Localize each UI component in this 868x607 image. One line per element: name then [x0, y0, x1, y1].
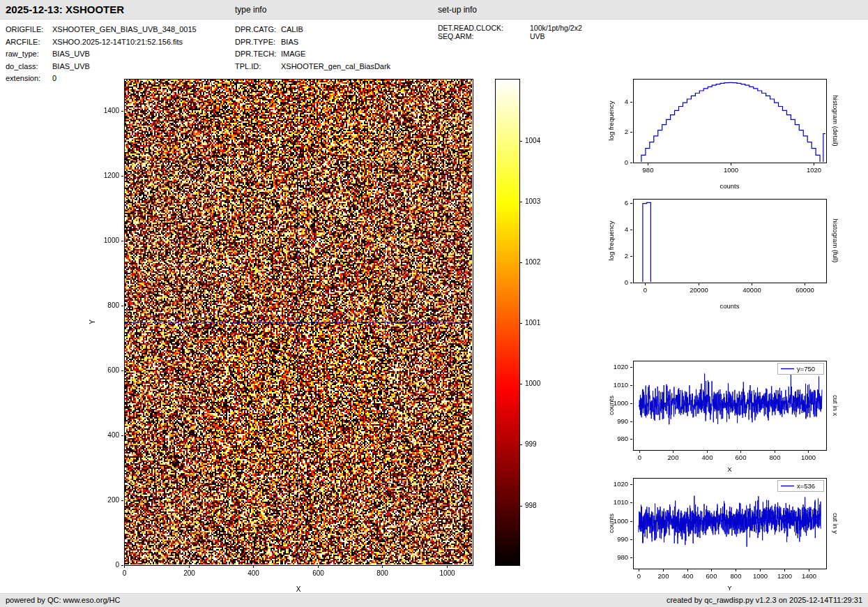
meta-value: BIAS: [281, 38, 298, 46]
meta-row-origfile: ORIGFILE:XSHOOTER_GEN_BIAS_UVB_348_0015: [6, 24, 197, 36]
meta-value: BIAS_UVB: [52, 50, 90, 58]
bias-image-plot: [80, 70, 492, 604]
meta-label: SEQ.ARM:: [438, 32, 530, 40]
meta-row-readclock: DET.READ.CLOCK:100k/1pt/hg/2x2: [438, 24, 582, 32]
meta-label: ORIGFILE:: [6, 24, 52, 36]
meta-label: DET.READ.CLOCK:: [438, 24, 530, 32]
meta-row-dprtech: DPR.TECH:IMAGE: [235, 48, 390, 61]
meta-label: DPR.TECH:: [235, 48, 281, 61]
meta-label: raw_type:: [6, 48, 52, 61]
meta-row-dprcatg: DPR.CATG:CALIB: [235, 24, 390, 36]
meta-label: extension:: [6, 73, 52, 85]
meta-row-arcfile: ARCFILE:XSHOO.2025-12-14T10:21:52.156.fi…: [6, 36, 197, 49]
meta-value: CALIB: [281, 25, 303, 33]
meta-row-seqarm: SEQ.ARM:UVB: [438, 32, 582, 40]
meta-value: BIAS_UVB: [52, 62, 90, 70]
meta-value: IMAGE: [281, 50, 305, 58]
meta-value: XSHOOTER_gen_cal_BiasDark: [281, 62, 390, 70]
meta-value: XSHOOTER_GEN_BIAS_UVB_348_0015: [52, 25, 197, 33]
meta-value: 0: [52, 74, 56, 82]
cut-in-y-plot: [600, 470, 868, 592]
meta-label: DPR.TYPE:: [235, 36, 281, 49]
page-title: 2025-12-13: XSHOOTER: [6, 0, 124, 20]
meta-row-rawtype: raw_type:BIAS_UVB: [6, 48, 197, 61]
footer-powered-by: powered by QC: www.eso.org/HC: [6, 594, 120, 607]
type-info-column: DPR.CATG:CALIB DPR.TYPE:BIAS DPR.TECH:IM…: [235, 24, 390, 73]
meta-value: XSHOO.2025-12-14T10:21:52.156.fits: [52, 38, 183, 46]
qc-report-page: 2025-12-13: XSHOOTER type info set-up in…: [0, 0, 868, 607]
setup-info-column: DET.READ.CLOCK:100k/1pt/hg/2x2 SEQ.ARM:U…: [438, 24, 582, 40]
colorbar: [488, 70, 565, 604]
bottom-bar: powered by QC: www.eso.org/HC created by…: [0, 593, 868, 607]
meta-label: ARCFILE:: [6, 36, 52, 49]
meta-row-dprtype: DPR.TYPE:BIAS: [235, 36, 390, 49]
cut-in-x-plot: [600, 352, 868, 478]
meta-label: do_class:: [6, 61, 52, 73]
setup-info-heading: set-up info: [438, 0, 477, 20]
histogram-detail-plot: [600, 70, 868, 200]
meta-value: 100k/1pt/hg/2x2: [530, 24, 582, 32]
histogram-full-plot: [600, 190, 868, 320]
top-bar: 2025-12-13: XSHOOTER type info set-up in…: [0, 0, 868, 20]
meta-value: UVB: [530, 32, 545, 40]
type-info-heading: type info: [235, 0, 266, 20]
footer-created-by: created by qc_rawdisp.py v1.2.3 on 2025-…: [667, 594, 862, 607]
meta-label: DPR.CATG:: [235, 24, 281, 36]
